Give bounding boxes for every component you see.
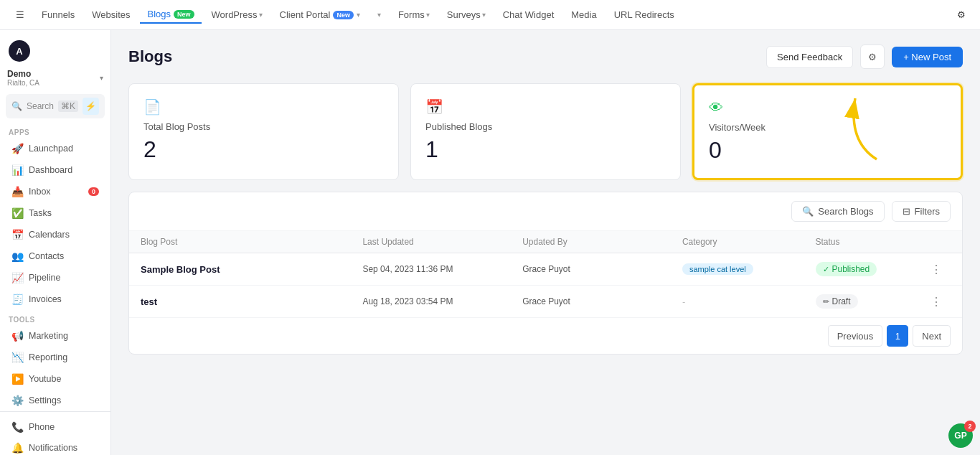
row-1-more-button[interactable]: ⋮: [922, 263, 951, 276]
nav-extra-chevron[interactable]: ▾: [370, 8, 388, 22]
settings-gear-button[interactable]: ⚙: [860, 44, 885, 69]
lightning-button[interactable]: ⚡: [83, 98, 99, 115]
new-post-button[interactable]: + New Post: [892, 47, 963, 67]
youtube-icon: ▶️: [11, 373, 23, 385]
pipeline-icon: 📈: [11, 272, 23, 283]
published-blogs-label: Published Blogs: [425, 121, 666, 132]
sidebar-item-phone[interactable]: 📞 Phone: [3, 417, 108, 437]
nav-blogs[interactable]: Blogs New: [140, 6, 201, 24]
filters-label: Filters: [915, 206, 940, 217]
wordpress-chevron: ▾: [259, 11, 263, 19]
row-2-more-button[interactable]: ⋮: [922, 295, 951, 309]
tools-section-label: Tools: [0, 310, 110, 325]
client-portal-badge: New: [333, 11, 354, 19]
filters-button[interactable]: ⊟ Filters: [892, 201, 951, 222]
inbox-badge: 0: [88, 187, 99, 196]
pencil-icon: ✏: [823, 297, 829, 306]
sidebar-item-reporting[interactable]: 📉 Reporting: [3, 347, 108, 367]
main-content: Blogs Send Feedback ⚙ + New Post 📄 Total…: [111, 30, 980, 455]
search-blogs-button[interactable]: 🔍 Search Blogs: [791, 201, 884, 222]
sidebar-item-inbox[interactable]: 📥 Inbox 0: [3, 182, 108, 202]
notifications-label: Notifications: [29, 443, 77, 453]
next-button[interactable]: Next: [913, 325, 951, 347]
nav-media[interactable]: Media: [564, 6, 603, 23]
nav-menu-toggle[interactable]: ☰: [9, 6, 32, 23]
col-category: Category: [682, 237, 816, 247]
nav-chat-widget[interactable]: Chat Widget: [496, 6, 562, 23]
nav-url-redirects[interactable]: URL Redirects: [607, 6, 682, 23]
apps-section-label: Apps: [0, 123, 110, 138]
category-1: sample cat level: [682, 263, 816, 275]
updated-by-2: Grace Puyot: [522, 296, 682, 306]
page-1-button[interactable]: 1: [887, 325, 908, 347]
nav-client-portal[interactable]: Client Portal New ▾: [273, 6, 367, 23]
reporting-icon: 📉: [11, 352, 23, 363]
contacts-label: Contacts: [29, 251, 64, 261]
top-navigation: ☰ Funnels Websites Blogs New WordPress ▾…: [0, 0, 980, 30]
col-last-updated: Last Updated: [362, 237, 522, 247]
check-icon: ✓: [823, 265, 829, 274]
nav-funnels[interactable]: Funnels: [34, 6, 82, 23]
nav-surveys[interactable]: Surveys ▾: [440, 6, 493, 23]
sidebar-item-tasks[interactable]: ✅ Tasks: [3, 203, 108, 223]
nav-websites[interactable]: Websites: [85, 6, 137, 23]
previous-button[interactable]: Previous: [828, 325, 883, 347]
sidebar-item-pipeline[interactable]: 📈 Pipeline: [3, 268, 108, 288]
nav-forms[interactable]: Forms ▾: [391, 6, 437, 23]
account-selector[interactable]: Demo Rialto, CA ▾: [0, 66, 110, 90]
invoices-icon: 🧾: [11, 294, 23, 305]
blog-post-name-2[interactable]: test: [141, 296, 362, 307]
sidebar-item-invoices[interactable]: 🧾 Invoices: [3, 289, 108, 309]
notifications-icon: 🔔: [11, 442, 23, 454]
nav-gear-button[interactable]: ⚙: [951, 5, 971, 25]
category-2: -: [682, 296, 816, 307]
reporting-label: Reporting: [29, 352, 67, 362]
search-blogs-icon: 🔍: [802, 206, 814, 217]
settings-label: Settings: [29, 395, 61, 405]
blog-post-name-1[interactable]: Sample Blog Post: [141, 264, 362, 275]
tasks-label: Tasks: [29, 208, 52, 218]
status-1: ✓ Published: [816, 262, 923, 276]
status-badge-published: ✓ Published: [816, 262, 877, 276]
stat-card-published-blogs: 📅 Published Blogs 1: [410, 83, 681, 180]
search-icon: 🔍: [11, 101, 22, 111]
published-blogs-value: 1: [425, 136, 666, 163]
sidebar-item-calendars[interactable]: 📅 Calendars: [3, 225, 108, 245]
visitors-value: 0: [709, 137, 946, 164]
main-layout: A Demo Rialto, CA ▾ 🔍 Search ⌘K ⚡ Apps 🚀…: [0, 30, 980, 455]
sidebar-item-launchpad[interactable]: 🚀 Launchpad: [3, 139, 108, 159]
sidebar-item-marketing[interactable]: 📢 Marketing: [3, 326, 108, 346]
stat-card-total-posts: 📄 Total Blog Posts 2: [128, 83, 399, 180]
blog-table-card: 🔍 Search Blogs ⊟ Filters Blog Post Last …: [128, 192, 963, 355]
contacts-icon: 👥: [11, 250, 23, 262]
total-posts-icon: 📄: [143, 98, 384, 116]
pagination: Previous 1 Next: [129, 318, 962, 354]
settings-icon: ⚙️: [11, 395, 23, 406]
page-header: Blogs Send Feedback ⚙ + New Post: [128, 44, 963, 69]
sidebar-item-youtube[interactable]: ▶️ Youtube: [3, 369, 108, 389]
col-actions: [922, 237, 951, 247]
last-updated-1: Sep 04, 2023 11:36 PM: [362, 264, 522, 274]
send-feedback-button[interactable]: Send Feedback: [766, 46, 853, 68]
sidebar-item-contacts[interactable]: 👥 Contacts: [3, 246, 108, 266]
sidebar-item-notifications[interactable]: 🔔 Notifications: [3, 438, 108, 455]
sidebar-search[interactable]: 🔍 Search ⌘K ⚡: [6, 94, 105, 118]
nav-wordpress[interactable]: WordPress ▾: [204, 6, 270, 23]
launchpad-icon: 🚀: [11, 143, 23, 154]
profile-notification-badge: 2: [964, 421, 976, 432]
arrow-annotation: [834, 91, 891, 163]
tasks-icon: ✅: [11, 207, 23, 219]
inbox-icon: 📥: [11, 186, 23, 197]
search-label: Search: [27, 101, 54, 111]
sidebar-bottom: 📞 Phone 🔔 Notifications 👤 Profile: [0, 411, 110, 455]
pipeline-label: Pipeline: [29, 273, 60, 283]
profile-avatar-button[interactable]: GP 2: [948, 423, 973, 448]
total-posts-label: Total Blog Posts: [143, 121, 384, 132]
published-blogs-icon: 📅: [425, 98, 666, 116]
marketing-label: Marketing: [29, 331, 68, 341]
sidebar-item-dashboard[interactable]: 📊 Dashboard: [3, 160, 108, 180]
table-header: Blog Post Last Updated Updated By Catego…: [129, 231, 962, 253]
col-status: Status: [816, 237, 923, 247]
sidebar-item-settings[interactable]: ⚙️ Settings: [3, 390, 108, 411]
launchpad-label: Launchpad: [29, 144, 73, 154]
